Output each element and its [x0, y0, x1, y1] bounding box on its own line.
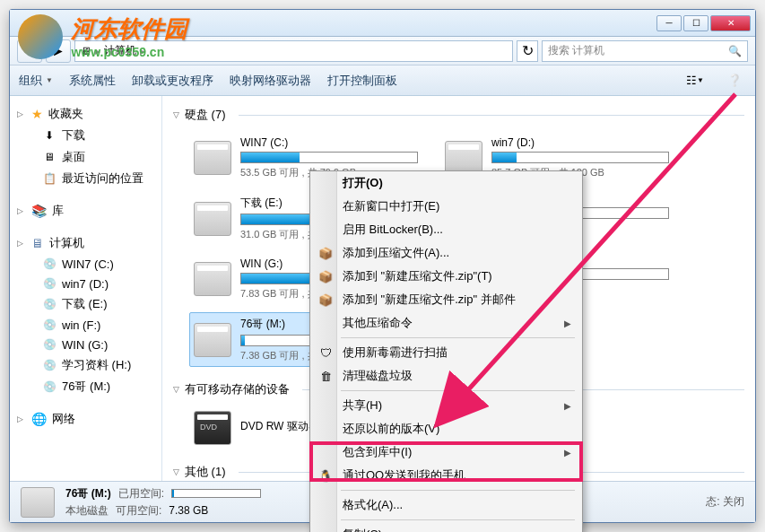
sidebar-computer[interactable]: ▷ 🖥 计算机 — [10, 232, 161, 254]
menu-item[interactable]: 包含到库中(I)▶ — [310, 440, 582, 464]
disk-icon — [194, 202, 231, 236]
menu-label: 清理磁盘垃圾 — [343, 368, 413, 384]
menu-item[interactable]: 📦添加到压缩文件(A)... — [310, 241, 582, 265]
drive-bar — [240, 152, 418, 163]
navbar: ◄ ► 🖥 ▸ 计算机 ▸ ↻ 搜索 计算机 🔍 — [10, 37, 755, 65]
status-avail-value: 7.38 GB — [169, 504, 208, 517]
sidebar-item-drive[interactable]: 💿win7 (D:) — [10, 274, 161, 293]
sidebar-favorites[interactable]: ▷ ★ 收藏夹 — [10, 103, 161, 125]
context-menu: 打开(O)在新窗口中打开(E)启用 BitLocker(B)...📦添加到压缩文… — [309, 170, 583, 532]
menu-item[interactable]: 格式化(A)... — [310, 493, 582, 517]
minimize-button[interactable]: ─ — [656, 15, 682, 31]
sidebar-item-drive[interactable]: 💿下载 (E:) — [10, 293, 161, 315]
breadcrumb-sep: ▸ — [95, 45, 100, 57]
recent-icon: 📋 — [42, 171, 57, 186]
disk-icon — [194, 141, 231, 175]
sidebar-item-drive[interactable]: 💿WIN (G:) — [10, 335, 161, 354]
menu-item[interactable]: 打开(O) — [310, 171, 582, 195]
breadcrumb-item[interactable]: 计算机 — [104, 43, 136, 58]
sidebar-item-downloads[interactable]: ⬇下载 — [10, 125, 161, 146]
sidebar-item-recent[interactable]: 📋最近访问的位置 — [10, 168, 161, 189]
status-type: 本地磁盘 — [65, 503, 109, 519]
menu-item[interactable]: 启用 BitLocker(B)... — [310, 218, 582, 241]
menu-item[interactable]: 🗑清理磁盘垃圾 — [310, 364, 582, 388]
disk-icon — [21, 487, 55, 518]
status-right: 态: 关闭 — [706, 494, 744, 510]
menu-label: 复制(C) — [343, 527, 382, 532]
menu-item[interactable]: 在新窗口中打开(E) — [310, 195, 582, 218]
section-hdd[interactable]: ▽ 硬盘 (7) — [173, 103, 744, 126]
toolbar-properties[interactable]: 系统属性 — [69, 73, 116, 89]
menu-item[interactable]: 还原以前的版本(V) — [310, 417, 582, 440]
titlebar: ─ ☐ ✕ — [10, 10, 755, 37]
menu-item[interactable]: 📦添加到 "新建压缩文件.zip"(T) — [310, 265, 582, 288]
toolbar-organize[interactable]: 组织▼ — [19, 73, 53, 89]
menu-item[interactable]: 其他压缩命令▶ — [310, 311, 582, 335]
sidebar-network[interactable]: ▷ 🌐 网络 — [10, 408, 161, 430]
menu-separator — [341, 519, 575, 520]
drive-bar — [491, 152, 669, 163]
refresh-button[interactable]: ↻ — [517, 40, 538, 62]
menu-label: 包含到库中(I) — [343, 444, 412, 460]
menu-item[interactable]: 📦添加到 "新建压缩文件.zip" 并邮件 — [310, 288, 582, 311]
sidebar-label: 计算机 — [49, 235, 84, 251]
computer-icon: 🖥 — [81, 45, 91, 57]
toolbar-map-drive[interactable]: 映射网络驱动器 — [230, 73, 311, 89]
menu-label: 其他压缩命令 — [343, 315, 413, 331]
help-button[interactable]: ❔ — [723, 71, 746, 91]
computer-icon: 🖥 — [31, 236, 44, 250]
disk-icon: 💿 — [42, 276, 57, 291]
disk-icon — [194, 323, 231, 357]
status-avail-label: 可用空间: — [116, 503, 161, 519]
disk-icon: 💿 — [42, 257, 57, 271]
toolbar: 组织▼ 系统属性 卸载或更改程序 映射网络驱动器 打开控制面板 ☷▼ ❔ — [10, 65, 755, 96]
close-button[interactable]: ✕ — [710, 15, 751, 31]
sidebar-item-drive[interactable]: 💿WIN7 (C:) — [10, 254, 161, 274]
sidebar-libraries[interactable]: ▷ 📚 库 — [10, 200, 161, 222]
breadcrumb-sep: ▸ — [140, 45, 145, 57]
back-button[interactable]: ◄ — [17, 39, 42, 63]
disk-icon: 💿 — [42, 358, 57, 372]
disk-icon: 💿 — [42, 379, 57, 394]
chevron-icon: ▷ — [17, 414, 26, 423]
toolbar-control-panel[interactable]: 打开控制面板 — [327, 73, 397, 89]
sidebar-label: 网络 — [52, 411, 75, 427]
menu-icon: 🐧 — [317, 467, 334, 484]
menu-label: 通过QQ发送到我的手机 — [343, 467, 465, 484]
status-used-label: 已用空间: — [118, 486, 164, 501]
menu-item[interactable]: 共享(H)▶ — [310, 394, 582, 417]
menu-item[interactable]: 🐧通过QQ发送到我的手机 — [310, 464, 582, 487]
maximize-button[interactable]: ☐ — [683, 15, 708, 31]
menu-label: 在新窗口中打开(E) — [343, 198, 439, 214]
view-button[interactable]: ☷▼ — [683, 71, 707, 91]
star-icon: ★ — [31, 107, 43, 121]
disk-icon: 💿 — [42, 318, 57, 332]
menu-label: 打开(O) — [343, 175, 383, 191]
dvd-icon: DVD — [194, 411, 231, 445]
drive-name: win7 (D:) — [491, 136, 669, 149]
sidebar-item-desktop[interactable]: 🖥桌面 — [10, 146, 161, 168]
library-icon: 📚 — [31, 204, 47, 218]
menu-label: 添加到 "新建压缩文件.zip"(T) — [343, 268, 492, 284]
submenu-arrow-icon: ▶ — [564, 318, 571, 328]
menu-label: 启用 BitLocker(B)... — [343, 222, 443, 238]
menu-label: 共享(H) — [343, 397, 382, 414]
forward-button[interactable]: ► — [46, 39, 71, 63]
search-icon: 🔍 — [728, 45, 742, 57]
sidebar: ▷ ★ 收藏夹 ⬇下载 🖥桌面 📋最近访问的位置 ▷ 📚 库 ▷ 🖥 — [10, 96, 162, 481]
menu-item[interactable]: 🛡使用新毒霸进行扫描 — [310, 341, 582, 364]
menu-separator — [341, 337, 575, 338]
breadcrumb[interactable]: 🖥 ▸ 计算机 ▸ — [74, 40, 513, 62]
sidebar-item-drive[interactable]: 💿76哥 (M:) — [10, 376, 161, 397]
search-input[interactable]: 搜索 计算机 🔍 — [542, 40, 748, 62]
menu-icon: 📦 — [317, 292, 334, 308]
menu-label: 添加到 "新建压缩文件.zip" 并邮件 — [343, 292, 516, 308]
disk-icon: 💿 — [42, 297, 57, 311]
sidebar-item-drive[interactable]: 💿学习资料 (H:) — [10, 354, 161, 376]
menu-item[interactable]: 复制(C) — [310, 523, 582, 532]
drive-name: WIN7 (C:) — [240, 136, 418, 149]
toolbar-uninstall[interactable]: 卸载或更改程序 — [132, 73, 213, 89]
sidebar-item-drive[interactable]: 💿win (F:) — [10, 315, 161, 335]
chevron-icon: ▷ — [17, 109, 26, 118]
network-icon: 🌐 — [31, 412, 47, 426]
